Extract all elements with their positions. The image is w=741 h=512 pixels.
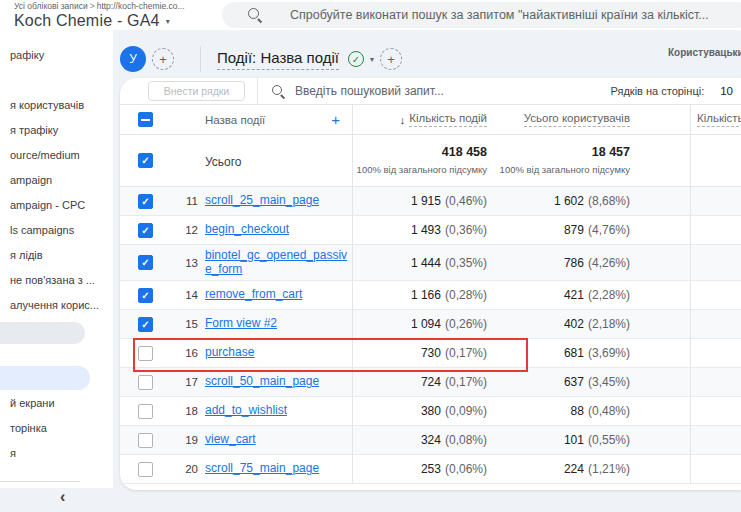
collapse-sidebar-button[interactable]: ‹ [60,488,65,506]
sidebar-item[interactable] [0,366,90,390]
users-count: 224 [564,462,584,476]
row-checkbox[interactable] [138,317,153,332]
users-count: 101 [564,433,584,447]
users-percent: (4,76%) [588,223,630,237]
events-percent: (0,28%) [445,288,487,302]
exploration-tab-chip[interactable]: У [120,46,146,72]
add-column-icon[interactable]: + [331,111,340,128]
sidebar-item-label: я лідів [10,249,43,261]
add-value-button[interactable]: + [380,48,402,70]
row-index: 20 [166,463,198,475]
event-name-link[interactable]: add_to_wishlist [205,400,287,422]
header-divider [200,46,201,72]
totals-checkbox[interactable] [138,153,153,168]
users-count: 637 [564,375,584,389]
users-count: 786 [564,256,584,270]
sidebar-item-label: ampaign - CPC [10,199,85,211]
users-percent: (1,21%) [588,462,630,476]
table-body: 11 scroll_25_main_page 1 915 (0,46%) 1 6… [120,187,741,484]
row-checkbox[interactable] [138,194,153,209]
row-checkbox[interactable] [138,375,153,390]
event-name-link[interactable]: binotel_gc_opened_passive_form [205,245,352,280]
event-name-link[interactable]: purchase [205,342,254,364]
filter-status-dropdown[interactable]: ✓ ▾ [348,51,374,67]
app-body: рафіку я користувачів я трафіку ource/me… [0,30,741,512]
row-checkbox[interactable] [138,255,153,270]
sidebar-item[interactable]: рафіку [0,44,113,66]
select-all-checkbox[interactable] [138,112,153,127]
account-switcher[interactable]: Усі облікові записи>http://koch-chemie.c… [14,1,185,30]
breadcrumb[interactable]: Усі облікові записи>http://koch-chemie.c… [14,1,185,11]
sidebar-item[interactable]: не пов'язана з ... [0,267,113,292]
sidebar-item[interactable]: ls campaigns [0,217,113,242]
column-header-col3[interactable]: Кількість [697,112,741,127]
global-search-input[interactable]: Спробуйте виконати пошук за запитом "най… [222,2,741,28]
events-percent: (0,09%) [445,404,487,418]
search-icon [248,8,262,22]
row-checkbox[interactable] [138,404,153,419]
users-count: 879 [564,223,584,237]
chevron-down-icon: ▾ [370,55,374,64]
sidebar-item[interactable]: я лідів [0,242,113,267]
report-title[interactable]: Події: Назва події [217,49,339,70]
event-name-link[interactable]: begin_checkout [205,219,289,241]
sidebar-item[interactable]: ampaign - CPC [0,192,113,217]
import-rows-button[interactable]: Внести рядки [148,81,245,101]
row-checkbox[interactable] [138,433,153,448]
sidebar-item[interactable]: торінка [0,415,113,440]
users-percent: (4,26%) [588,256,630,270]
events-percent: (0,17%) [445,346,487,360]
sidebar-item-label: рафіку [10,49,44,61]
sidebar-item[interactable]: алучення корис... [0,292,113,317]
sidebar: рафіку я користувачів я трафіку ource/me… [0,30,113,488]
sidebar-item-label: я трафіку [10,124,58,136]
sidebar-item[interactable]: ampaign [0,167,113,192]
row-index: 16 [166,347,198,359]
sidebar-item[interactable]: й екрани [0,390,113,415]
breadcrumb-account[interactable]: Усі облікові записи [14,1,88,11]
column-header-events[interactable]: Кількість подій [409,112,487,127]
events-count: 380 [421,404,441,418]
breadcrumb-property[interactable]: http://koch-chemie.co... [97,1,185,11]
event-name-link[interactable]: remove_from_cart [205,284,302,306]
rows-per-page-select[interactable]: 10 [720,85,733,97]
totals-row: Усього 418 458 100% від загального підсу… [120,135,741,187]
sidebar-item[interactable]: я [0,440,113,465]
users-percent: (0,55%) [588,433,630,447]
events-percent: (0,08%) [445,433,487,447]
row-checkbox[interactable] [138,223,153,238]
row-index: 13 [166,257,198,269]
event-name-link[interactable]: scroll_25_main_page [205,190,319,212]
custom-label[interactable]: Користувацький [668,47,741,58]
events-count: 1 444 [411,256,441,270]
row-checkbox[interactable] [138,288,153,303]
sidebar-item-label: не пов'язана з ... [10,274,95,286]
users-percent: (2,28%) [588,288,630,302]
sidebar-item[interactable]: я трафіку [0,117,113,142]
rows-per-page-label: Рядків на сторінці: [610,85,704,97]
sidebar-item[interactable]: я користувачів [0,92,113,117]
sidebar-item[interactable] [0,322,85,344]
column-header-users[interactable]: Усього користувачів [524,112,630,127]
column-header-name[interactable]: Назва події [205,114,265,126]
event-name-link[interactable]: scroll_50_main_page [205,371,319,393]
event-name-link[interactable]: scroll_75_main_page [205,458,319,480]
property-title[interactable]: Koch Chemie - GA4 [14,12,160,30]
event-name-link[interactable]: Form view #2 [205,313,277,335]
events-percent: (0,46%) [445,194,487,208]
table-toolbar: Внести рядки Введіть пошуковий запит... … [120,78,741,105]
add-tab-button[interactable]: + [152,48,174,70]
event-name-link[interactable]: view_cart [205,429,256,451]
sidebar-item-label: й екрани [10,397,55,409]
table-search-input[interactable]: Введіть пошуковий запит... [272,84,444,98]
users-count: 88 [571,404,584,418]
table-search-placeholder: Введіть пошуковий запит... [295,84,444,98]
table-row: 11 scroll_25_main_page 1 915 (0,46%) 1 6… [120,187,741,216]
table-row: 17 scroll_50_main_page 724 (0,17%) 637 (… [120,368,741,397]
sidebar-item[interactable]: ource/medium [0,142,113,167]
row-index: 15 [166,318,198,330]
chevron-down-icon: ▾ [166,17,170,26]
row-checkbox[interactable] [138,462,153,477]
users-count: 421 [564,288,584,302]
row-checkbox[interactable] [138,346,153,361]
